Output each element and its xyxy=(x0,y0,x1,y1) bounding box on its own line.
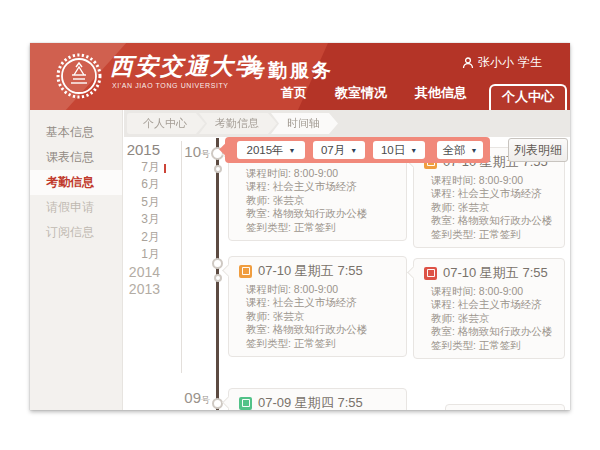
type-dropdown-value: 全部 xyxy=(443,143,466,158)
day-suffix: 号 xyxy=(201,149,210,159)
timeline-nav-2013[interactable]: 2013 xyxy=(120,281,160,299)
card-course-time: 课程时间: 8:00-9:00 xyxy=(229,283,406,296)
card-course-time: 课程时间: 8:00-9:00 xyxy=(229,167,406,180)
user-icon xyxy=(462,57,474,69)
day-suffix: 号 xyxy=(201,395,210,405)
card-teacher: 教师: 张芸京 xyxy=(229,310,406,323)
nav-other-info[interactable]: 其他信息 xyxy=(401,84,481,110)
card-course: 课程: 社会主义市场经济 xyxy=(229,180,406,193)
nav-separator-line xyxy=(181,141,182,373)
app-title: 考勤服务 xyxy=(246,58,334,84)
timeline-nav-2015[interactable]: 2015 xyxy=(120,141,160,159)
card-header: 07-09 星期四 7:55 xyxy=(229,389,406,410)
sidebar-item-basic-info[interactable]: 基本信息 xyxy=(30,120,122,145)
checkin-status-icon xyxy=(424,267,437,280)
timeline-node-medium xyxy=(212,398,223,409)
timeline-node-medium xyxy=(212,258,223,269)
checkin-status-icon xyxy=(239,397,252,410)
timeline-nav-march[interactable]: 3月 xyxy=(120,211,160,229)
timeline-nav-june[interactable]: 6月 xyxy=(120,176,160,194)
checkin-status-icon xyxy=(239,265,252,278)
card-date-title: 07-10 星期五 7:55 xyxy=(443,264,548,282)
nav-classrooms[interactable]: 教室情况 xyxy=(321,84,401,110)
chevron-down-icon: ▼ xyxy=(410,147,417,154)
chevron-down-icon: ▼ xyxy=(289,147,296,154)
timeline-nav-may[interactable]: 5月 xyxy=(120,194,160,212)
breadcrumb-attendance-info[interactable]: 考勤信息 xyxy=(199,113,277,134)
timeline-day-label-09: 09号 xyxy=(176,389,210,407)
university-logo-icon xyxy=(56,53,102,99)
attendance-card-stub xyxy=(445,404,565,410)
card-checkin-type: 签到类型: 正常签到 xyxy=(414,228,564,241)
breadcrumb: 个人中心 考勤信息 时间轴 xyxy=(124,110,570,137)
sidebar: 基本信息 课表信息 考勤信息 请假申请 订阅信息 xyxy=(30,110,123,410)
app-window: 西安交通大学 XI'AN JIAO TONG UNIVERSITY 考勤服务 张… xyxy=(30,43,570,410)
breadcrumb-timeline[interactable]: 时间轴 xyxy=(271,113,338,134)
year-dropdown-value: 2015年 xyxy=(246,143,283,158)
screenshot-canvas: 西安交通大学 XI'AN JIAO TONG UNIVERSITY 考勤服务 张… xyxy=(0,0,600,450)
card-course-time: 课程时间: 8:00-9:00 xyxy=(414,174,564,187)
day-number: 10 xyxy=(184,143,201,160)
day-number: 09 xyxy=(184,389,201,406)
sidebar-item-attendance-info[interactable]: 考勤信息 xyxy=(30,170,122,195)
content-area: 基本信息 课表信息 考勤信息 请假申请 订阅信息 个人中心 考勤信息 时间轴 2… xyxy=(30,110,570,410)
sidebar-item-subscription-info[interactable]: 订阅信息 xyxy=(30,220,122,245)
card-checkin-type: 签到类型: 正常签到 xyxy=(229,337,406,350)
chevron-down-icon: ▼ xyxy=(471,147,478,154)
month-dropdown[interactable]: 07月 ▼ xyxy=(313,141,365,159)
day-dropdown[interactable]: 10日 ▼ xyxy=(373,141,425,159)
type-dropdown[interactable]: 全部 ▼ xyxy=(437,141,483,159)
user-role: 学生 xyxy=(518,54,542,71)
sidebar-item-leave-request[interactable]: 请假申请 xyxy=(30,195,122,220)
day-dropdown-value: 10日 xyxy=(381,143,405,158)
card-header: 07-10 星期五 7:55 xyxy=(229,257,406,283)
app-header: 西安交通大学 XI'AN JIAO TONG UNIVERSITY 考勤服务 张… xyxy=(30,43,570,110)
date-filter-bar: 2015年 ▼ 07月 ▼ 10日 ▼ 全部 ▼ xyxy=(225,137,490,163)
timeline-nav-2014[interactable]: 2014 xyxy=(120,264,160,282)
timeline-nav-july-active[interactable]: 7月 xyxy=(120,159,160,177)
timeline-nav-july-label: 7月 xyxy=(141,160,160,174)
chevron-down-icon: ▼ xyxy=(350,147,357,154)
university-name-en: XI'AN JIAO TONG UNIVERSITY xyxy=(112,82,229,89)
nav-home[interactable]: 首页 xyxy=(267,84,321,110)
main-nav: 首页 教室情况 其他信息 个人中心 xyxy=(267,84,567,110)
nav-personal-center-active-tab[interactable]: 个人中心 xyxy=(489,84,567,110)
card-course: 课程: 社会主义市场经济 xyxy=(414,187,564,200)
timeline-nav-january[interactable]: 1月 xyxy=(120,246,160,264)
card-teacher: 教师: 张芸京 xyxy=(414,201,564,214)
card-course: 课程: 社会主义市场经济 xyxy=(229,296,406,309)
active-month-marker xyxy=(164,164,166,173)
card-teacher: 教师: 张芸京 xyxy=(229,194,406,207)
breadcrumb-personal-center[interactable]: 个人中心 xyxy=(127,113,205,134)
university-name-cn: 西安交通大学 xyxy=(110,51,260,82)
year-dropdown[interactable]: 2015年 ▼ xyxy=(237,141,305,159)
card-date-title: 07-09 星期四 7:55 xyxy=(258,394,363,410)
month-dropdown-value: 07月 xyxy=(321,143,345,158)
card-checkin-type: 签到类型: 正常签到 xyxy=(414,339,564,352)
attendance-card: 07-10 星期五 7:55 课程时间: 8:00-9:00 课程: 社会主义市… xyxy=(413,258,565,359)
timeline-node-small xyxy=(214,165,222,173)
attendance-card: 07-09 星期四 7:55 xyxy=(228,388,407,410)
timeline-day-label-10: 10号 xyxy=(176,143,210,161)
attendance-card: 07-10 星期五 7:55 课程时间: 8:00-9:00 课程: 社会主义市… xyxy=(228,256,407,357)
user-name: 张小小 xyxy=(478,54,514,71)
card-teacher: 教师: 张芸京 xyxy=(414,312,564,325)
card-date-title: 07-10 星期五 7:55 xyxy=(258,262,363,280)
card-classroom: 教室: 格物致知行政办公楼 xyxy=(229,207,406,220)
sidebar-item-timetable-info[interactable]: 课表信息 xyxy=(30,145,122,170)
card-course: 课程: 社会主义市场经济 xyxy=(414,298,564,311)
card-course-time: 课程时间: 8:00-9:00 xyxy=(414,285,564,298)
card-header: 07-10 星期五 7:55 xyxy=(414,259,564,285)
card-classroom: 教室: 格物致知行政办公楼 xyxy=(414,325,564,338)
timeline-node-small xyxy=(214,274,222,282)
timeline-year-month-nav: 2015 7月 6月 5月 3月 2月 1月 2014 2013 xyxy=(120,141,160,299)
card-classroom: 教室: 格物致知行政办公楼 xyxy=(229,323,406,336)
user-info[interactable]: 张小小 学生 xyxy=(462,54,542,71)
card-classroom: 教室: 格物致知行政办公楼 xyxy=(414,214,564,227)
list-detail-button[interactable]: 列表明细 xyxy=(508,138,568,162)
card-checkin-type: 签到类型: 正常签到 xyxy=(229,221,406,234)
timeline-nav-february[interactable]: 2月 xyxy=(120,229,160,247)
